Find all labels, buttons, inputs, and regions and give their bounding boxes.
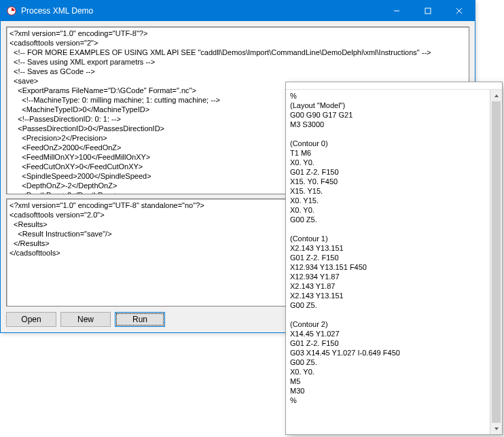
run-button-label: Run — [132, 315, 147, 324]
new-button-label: New — [77, 315, 94, 324]
maximize-button[interactable] — [412, 1, 444, 21]
minimize-button[interactable] — [381, 1, 412, 21]
gcode-output-window: % (Layout "Model") G00 G90 G17 G21 M3 S3… — [285, 82, 503, 435]
new-button[interactable]: New — [60, 312, 111, 327]
open-button[interactable]: Open — [6, 312, 56, 327]
gcode-body[interactable]: % (Layout "Model") G00 G90 G17 G21 M3 S3… — [286, 90, 502, 434]
scroll-down-arrow-icon[interactable] — [490, 423, 502, 434]
run-button[interactable]: Run — [115, 312, 165, 327]
window-title: Process XML Demo — [21, 6, 381, 16]
vertical-scrollbar[interactable] — [490, 90, 502, 434]
open-button-label: Open — [21, 315, 41, 324]
gcode-output-text: % (Layout "Model") G00 G90 G17 G21 M3 S3… — [286, 90, 502, 406]
svg-marker-7 — [494, 427, 499, 430]
scroll-track[interactable] — [490, 101, 502, 423]
scroll-up-arrow-icon[interactable] — [490, 90, 502, 101]
close-button[interactable] — [444, 1, 475, 21]
scroll-thumb[interactable] — [492, 101, 501, 423]
gcode-titlebar — [286, 82, 502, 90]
svg-rect-3 — [425, 8, 431, 14]
app-icon — [6, 5, 17, 16]
titlebar: Process XML Demo — [1, 1, 475, 21]
svg-marker-6 — [494, 94, 499, 97]
window-buttons — [381, 1, 475, 21]
